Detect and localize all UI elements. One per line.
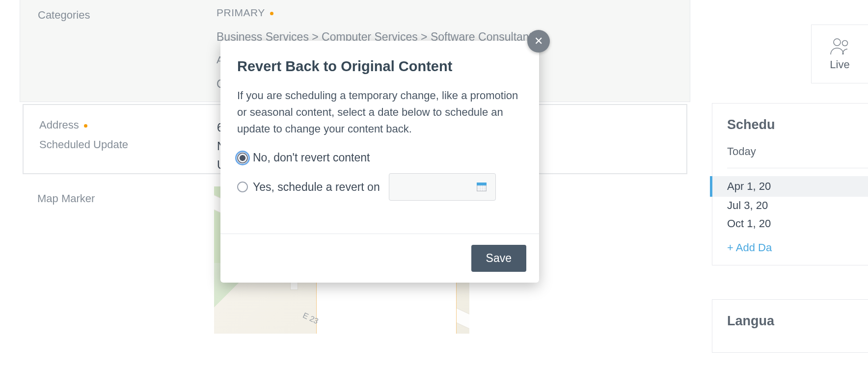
- categories-label: Categories: [38, 9, 672, 22]
- radio-option-no[interactable]: No, don't revert content: [237, 151, 522, 164]
- primary-row: PRIMARY: [217, 7, 273, 19]
- modal-description: If you are scheduling a temporary change…: [237, 87, 522, 137]
- live-status-card[interactable]: Live: [811, 25, 868, 83]
- radio-label-no: No, don't revert content: [253, 151, 370, 164]
- people-icon: [829, 37, 851, 56]
- revert-modal: ✕ Revert Back to Original Content If you…: [220, 41, 539, 283]
- modal-title: Revert Back to Original Content: [237, 58, 522, 75]
- save-button[interactable]: Save: [471, 245, 526, 272]
- add-date-link[interactable]: + Add Da: [727, 241, 772, 254]
- radio-option-yes[interactable]: Yes, schedule a revert on: [237, 173, 522, 201]
- modal-body: Revert Back to Original Content If you a…: [220, 41, 539, 201]
- scheduled-date-item[interactable]: Jul 3, 20: [727, 197, 868, 214]
- primary-label: PRIMARY: [217, 7, 265, 18]
- modal-footer: Save: [220, 234, 539, 283]
- scheduled-title: Schedu: [727, 117, 868, 132]
- language-title: Langua: [727, 314, 868, 329]
- live-label: Live: [830, 58, 849, 71]
- svg-point-1: [842, 41, 847, 46]
- svg-point-0: [834, 39, 841, 46]
- language-panel: Langua: [712, 299, 868, 353]
- date-input-wrap: [389, 173, 496, 201]
- scheduled-date-item[interactable]: Apr 1, 20: [710, 176, 868, 197]
- scheduled-date-item[interactable]: Oct 1, 20: [727, 215, 868, 233]
- radio-input-yes[interactable]: [237, 182, 248, 192]
- scheduled-updates-panel: Schedu Today Apr 1, 20 Jul 3, 20 Oct 1, …: [712, 103, 868, 265]
- address-label: Address: [39, 119, 79, 131]
- required-dot-icon: [84, 124, 87, 128]
- radio-input-no[interactable]: [237, 153, 248, 163]
- scheduled-dates-list: Apr 1, 20 Jul 3, 20 Oct 1, 20: [727, 176, 868, 233]
- scheduled-today[interactable]: Today: [727, 145, 868, 168]
- calendar-icon: [477, 183, 487, 191]
- close-icon: ✕: [534, 35, 543, 48]
- required-dot-icon: [270, 12, 273, 15]
- right-sidebar: Live Schedu Today Apr 1, 20 Jul 3, 20 Oc…: [712, 0, 868, 367]
- revert-date-input[interactable]: [389, 173, 496, 201]
- close-button[interactable]: ✕: [527, 30, 550, 52]
- radio-label-yes: Yes, schedule a revert on: [253, 181, 380, 194]
